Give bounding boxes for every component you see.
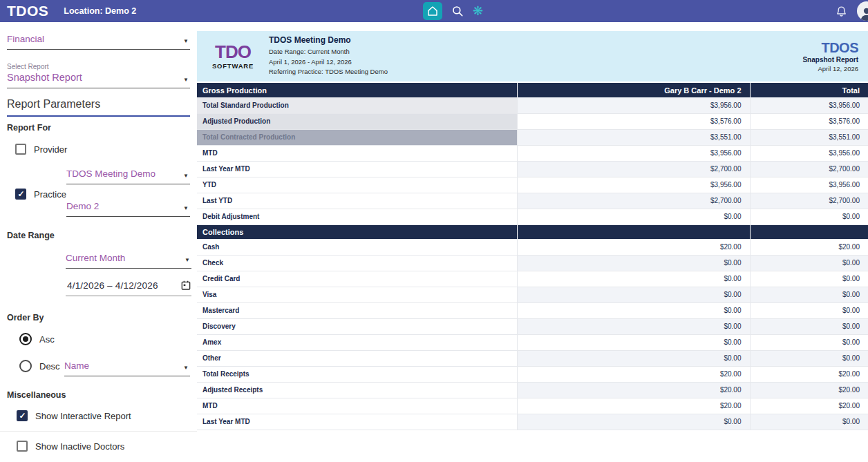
row-value-cell: $20.00 (517, 382, 750, 398)
table-row[interactable]: MTD$20.00$20.00 (197, 398, 868, 414)
calendar-icon[interactable] (180, 280, 191, 291)
practice-checkbox-label: Practice (34, 189, 66, 200)
section-header-row: Gross ProductionGary B Carr - Demo 2Tota… (197, 83, 868, 97)
chevron-down-icon: ▼ (183, 38, 189, 44)
search-icon (451, 5, 464, 17)
row-label-cell[interactable]: Adjusted Production (197, 113, 517, 129)
section-header-cell: Total (750, 83, 868, 97)
row-label-cell[interactable]: Total Standard Production (197, 97, 517, 113)
table-row[interactable]: YTD$3,956.00$3,956.00 (197, 177, 868, 193)
table-row[interactable]: Visa$0.00$0.00 (197, 287, 868, 302)
row-label-cell[interactable]: Total Receipts (197, 366, 517, 382)
row-value-cell: $3,956.00 (517, 177, 750, 193)
report-referring-line: Referring Practice: TDOS Meeting Demo (269, 67, 388, 77)
notifications-button[interactable] (836, 6, 847, 17)
row-value-cell: $3,956.00 (517, 145, 750, 161)
radio-icon (19, 360, 32, 372)
table-row[interactable]: Last Year MTD$2,700.00$2,700.00 (197, 161, 868, 177)
table-row[interactable]: Credit Card$0.00$0.00 (197, 271, 868, 287)
row-value-cell: $20.00 (517, 398, 750, 414)
order-field-select[interactable]: Name ▼ (64, 358, 190, 376)
row-label-cell[interactable]: Discovery (197, 318, 517, 334)
user-avatar[interactable] (857, 1, 868, 21)
date-range-title: Date Range (7, 231, 190, 240)
row-label-cell[interactable]: Adjusted Receipts (197, 382, 517, 398)
practice-checkbox[interactable]: Practice (15, 171, 66, 217)
report-name-value: Snapshot Report (7, 72, 82, 83)
table-row[interactable]: Other$0.00$0.00 (197, 350, 868, 366)
report-date: April 12, 2026 (802, 65, 858, 73)
checkbox-checked-icon (15, 189, 26, 200)
table-row[interactable]: Last YTD$2,700.00$2,700.00 (197, 193, 868, 209)
row-value-cell: $20.00 (750, 382, 868, 398)
row-label-cell[interactable]: Amex (197, 334, 517, 350)
report-dates-line: April 1, 2026 - April 12, 2026 (269, 57, 388, 68)
table-row[interactable]: Adjusted Production$3,576.00$3,576.00 (197, 113, 868, 129)
row-value-cell: $2,700.00 (750, 193, 868, 209)
row-label-cell[interactable]: Cash (197, 239, 517, 255)
table-row[interactable]: Cash$20.00$20.00 (197, 239, 868, 255)
table-row[interactable]: Check$0.00$0.00 (197, 255, 868, 271)
home-button[interactable] (423, 2, 442, 20)
table-row[interactable]: Total Contracted Production$3,551.00$3,5… (197, 129, 868, 145)
row-label-cell[interactable]: Last Year MTD (197, 414, 517, 430)
row-value-cell: $0.00 (750, 209, 868, 224)
top-navbar: TDOS Location: Demo 2 ❋ (0, 0, 868, 22)
row-value-cell: $0.00 (750, 302, 868, 318)
table-row[interactable]: Last Year MTD$0.00$0.00 (197, 414, 868, 430)
table-row[interactable]: MTD$3,956.00$3,956.00 (197, 145, 868, 161)
row-label-cell[interactable]: Credit Card (197, 271, 517, 287)
table-row[interactable]: Mastercard$0.00$0.00 (197, 302, 868, 318)
provider-checkbox[interactable]: Provider (15, 144, 190, 155)
section-header-row: Collections (197, 224, 868, 239)
miscellaneous-title: Miscellaneous (7, 390, 190, 400)
show-interactive-report-checkbox[interactable]: Show Interactive Report (17, 410, 190, 421)
row-label-cell[interactable]: YTD (197, 177, 517, 193)
row-value-cell: $20.00 (750, 366, 868, 382)
tdo-logo-sub: SOFTWARE (208, 62, 258, 70)
row-value-cell: $0.00 (517, 318, 750, 334)
show-inactive-doctors-label: Show Inactive Doctors (35, 441, 124, 452)
report-name-select[interactable]: Select Report Snapshot Report ▼ (7, 61, 190, 88)
tdo-logo-word: TDO (208, 43, 258, 61)
row-label-cell[interactable]: Visa (197, 287, 517, 302)
table-row[interactable]: Amex$0.00$0.00 (197, 334, 868, 350)
table-row[interactable]: Adjusted Receipts$20.00$20.00 (197, 382, 868, 398)
row-label-cell[interactable]: Check (197, 255, 517, 271)
row-label-cell[interactable]: Other (197, 350, 517, 366)
tdos-report-logo: TDOS (802, 40, 858, 55)
row-label-cell[interactable]: MTD (197, 398, 517, 414)
practice-select[interactable]: TDOS Meeting Demo ▼ (66, 166, 190, 184)
checkbox-icon (15, 144, 26, 155)
table-row[interactable]: Total Standard Production$3,956.00$3,956… (197, 97, 868, 113)
order-asc-radio[interactable]: Asc (19, 333, 190, 345)
table-row[interactable]: Discovery$0.00$0.00 (197, 318, 868, 334)
table-row[interactable]: Total Receipts$20.00$20.00 (197, 366, 868, 382)
search-button[interactable] (451, 5, 464, 17)
show-inactive-doctors-checkbox[interactable]: Show Inactive Doctors (17, 441, 190, 452)
report-pane: TDO SOFTWARE TDOS Meeting Demo Date Rang… (197, 22, 868, 462)
row-value-cell: $3,551.00 (517, 129, 750, 145)
date-range-input[interactable]: 4/1/2026 – 4/12/2026 (66, 278, 191, 296)
row-label-cell[interactable]: MTD (197, 145, 517, 161)
location-select[interactable]: Demo 2 ▼ (66, 198, 190, 217)
row-value-cell: $0.00 (517, 255, 750, 271)
table-row[interactable]: Debit Adjustment$0.00$0.00 (197, 209, 868, 224)
row-label-cell[interactable]: Total Contracted Production (197, 129, 517, 145)
report-category-select[interactable]: Financial ▼ (7, 31, 190, 50)
row-value-cell: $0.00 (517, 287, 750, 302)
order-desc-radio[interactable]: Desc (19, 360, 60, 372)
report-sidebar: Financial ▼ Select Report Snapshot Repor… (0, 22, 197, 462)
apps-flower-button[interactable]: ❋ (473, 5, 483, 17)
report-date-range-line: Date Range: Current Month (269, 47, 388, 57)
person-icon (859, 6, 868, 21)
tdos-logo[interactable]: TDOS (7, 3, 48, 19)
checkbox-icon (17, 441, 28, 452)
row-label-cell[interactable]: Last YTD (197, 193, 517, 209)
section-header-cell: Gary B Carr - Demo 2 (517, 83, 750, 97)
order-field-value: Name (64, 360, 89, 371)
row-label-cell[interactable]: Last Year MTD (197, 161, 517, 177)
row-label-cell[interactable]: Debit Adjustment (197, 209, 517, 224)
row-label-cell[interactable]: Mastercard (197, 302, 517, 318)
date-preset-select[interactable]: Current Month ▼ (66, 250, 191, 269)
